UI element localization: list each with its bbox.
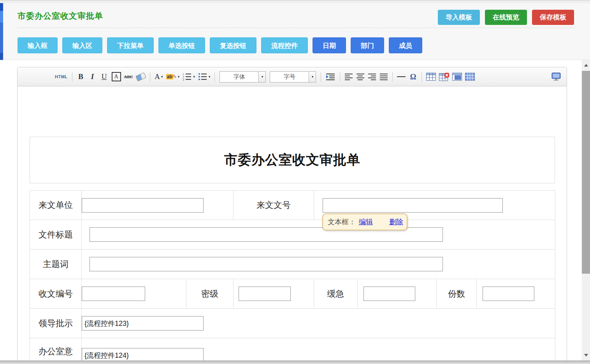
app-window: 市委办公室收文审批单 导入模板 在线预览 保存模板 输入框 输入区 下拉菜单 单… [0, 0, 590, 364]
urgency-input[interactable] [363, 287, 415, 301]
font-color-icon[interactable]: A ▾ [155, 72, 163, 82]
left-edge-segment [0, 11, 3, 23]
left-edge-segment [0, 53, 3, 60]
scroll-up-arrow-icon[interactable] [582, 62, 590, 69]
delete-table-icon[interactable] [439, 72, 449, 82]
special-character-icon[interactable]: Ω [409, 72, 417, 82]
align-left-icon[interactable] [344, 72, 353, 82]
chevron-down-icon: ▾ [258, 72, 265, 82]
align-right-icon[interactable] [368, 72, 376, 82]
highlight-color-icon[interactable]: ab ✎ ▾ [166, 72, 180, 82]
label-file-title: 文件标题 [30, 220, 82, 250]
align-center-icon[interactable] [356, 72, 365, 82]
horizontal-scrollbar-track[interactable] [0, 360, 590, 364]
table-row: 主题词 [30, 250, 555, 279]
toolbar-separator [340, 72, 340, 82]
chevron-down-icon: ▾ [161, 75, 163, 79]
left-edge-segment [0, 3, 3, 11]
document-title: 市委办公室收文审批单 [224, 151, 360, 169]
chevron-down-icon: ▾ [178, 75, 180, 79]
toolbar-separator [150, 72, 150, 82]
tooltip-label: 文本框： [328, 217, 356, 227]
receipt-number-input[interactable] [82, 287, 145, 301]
add-flow-control-button[interactable]: 流程控件 [261, 37, 308, 53]
remove-format-eraser-icon[interactable] [136, 72, 146, 82]
chevron-down-icon: ▾ [209, 75, 211, 79]
editor-content[interactable]: 市委办公室收文审批单 来文单位 来文文号 [18, 86, 567, 364]
source-code-icon[interactable]: HTML [55, 72, 68, 82]
italic-icon[interactable]: I [88, 72, 97, 82]
table-row: 收文编号 密级 缓急 份数 [30, 279, 555, 309]
page-title: 市委办公室收文审批单 [18, 11, 103, 21]
unordered-list-icon[interactable]: ▾ [198, 72, 211, 82]
online-preview-button[interactable]: 在线预览 [485, 10, 527, 25]
toolbar-separator [392, 72, 393, 82]
label-document-number: 来文文号 [234, 191, 314, 220]
add-dropdown-button[interactable]: 下拉菜单 [107, 37, 154, 53]
horizontal-rule-icon[interactable] [397, 72, 406, 82]
add-date-button[interactable]: 日期 [313, 37, 346, 53]
svg-text:3: 3 [183, 78, 184, 81]
table-row: 来文单位 来文文号 [30, 191, 555, 220]
label-leader-instructions: 领导批示 [30, 309, 82, 338]
label-urgency: 缓急 [314, 279, 358, 309]
header-divider [17, 28, 575, 28]
scrollbar-thumb[interactable] [582, 71, 590, 274]
document-title-box: 市委办公室收文审批单 [30, 137, 555, 183]
font-family-select[interactable]: 字体 ▾ [219, 71, 266, 83]
toolbar-separator [72, 72, 72, 82]
component-toolbar: 输入框 输入区 下拉菜单 单选按钮 复选按钮 流程控件 日期 部门 成员 [18, 37, 422, 53]
svg-text:1: 1 [183, 73, 184, 76]
format-block-icon[interactable]: A [112, 72, 121, 82]
scroll-down-arrow-icon[interactable] [582, 352, 590, 359]
page-header: 市委办公室收文审批单 导入模板 在线预览 保存模板 输入框 输入区 下拉菜单 单… [3, 3, 590, 60]
import-template-button[interactable]: 导入模板 [438, 10, 480, 25]
approval-form-table: 来文单位 来文文号 文件标题 主题词 [30, 190, 555, 364]
indent-icon[interactable] [325, 72, 335, 82]
add-checkbox-button[interactable]: 复选按钮 [210, 37, 256, 53]
vertical-scrollbar[interactable] [582, 60, 590, 364]
pencil-icon: ✎ [173, 74, 177, 79]
table-row: 文件标题 [30, 220, 555, 250]
toolbar-separator [421, 72, 422, 82]
document-number-input[interactable] [323, 198, 503, 213]
merge-cells-icon[interactable] [452, 72, 462, 82]
insert-table-icon[interactable] [426, 72, 436, 82]
split-cells-icon[interactable] [465, 72, 475, 82]
add-input-box-button[interactable]: 输入框 [18, 37, 58, 53]
leader-instructions-input[interactable] [82, 316, 204, 331]
edit-link[interactable]: 编辑 [359, 217, 373, 227]
add-radio-button[interactable]: 单选按钮 [158, 37, 205, 53]
ordered-list-icon[interactable]: 1 2 3 ▾ [183, 72, 195, 82]
save-template-button[interactable]: 保存模板 [532, 10, 574, 25]
label-copies: 份数 [437, 279, 477, 309]
label-security-level: 密级 [186, 279, 234, 309]
toolbar-separator [321, 72, 321, 82]
align-justify-icon[interactable] [379, 72, 388, 82]
security-level-input[interactable] [239, 287, 291, 301]
subject-words-input[interactable] [90, 257, 443, 271]
label-receipt-number: 收文编号 [30, 279, 82, 309]
strikethrough-icon[interactable]: ABC [124, 72, 133, 82]
textbox-context-tooltip: 文本框： 编辑 删除 [322, 213, 407, 230]
label-subject-words: 主题词 [30, 250, 82, 279]
chevron-down-icon: ▾ [193, 75, 195, 79]
add-department-button[interactable]: 部门 [351, 37, 384, 53]
font-size-select[interactable]: 字号 ▾ [270, 71, 316, 83]
svg-text:2: 2 [183, 76, 184, 78]
underline-icon[interactable]: U [100, 72, 109, 82]
add-textarea-button[interactable]: 输入区 [62, 37, 102, 53]
delete-link[interactable]: 删除 [389, 217, 403, 227]
toolbar-separator [214, 72, 215, 82]
fullscreen-icon[interactable] [551, 72, 561, 82]
left-edge-panel [0, 3, 3, 60]
editor-toolbar: HTML B I U A ABC A ▾ ab ✎ ▾ [18, 67, 567, 86]
table-row: 领导批示 [30, 309, 555, 338]
chevron-down-icon: ▾ [309, 72, 316, 82]
label-source-unit: 来文单位 [30, 191, 82, 220]
copies-input[interactable] [483, 287, 534, 301]
add-member-button[interactable]: 成员 [389, 37, 422, 53]
bold-icon[interactable]: B [77, 72, 85, 82]
source-unit-input[interactable] [82, 198, 204, 213]
rich-text-editor: HTML B I U A ABC A ▾ ab ✎ ▾ [17, 67, 567, 364]
